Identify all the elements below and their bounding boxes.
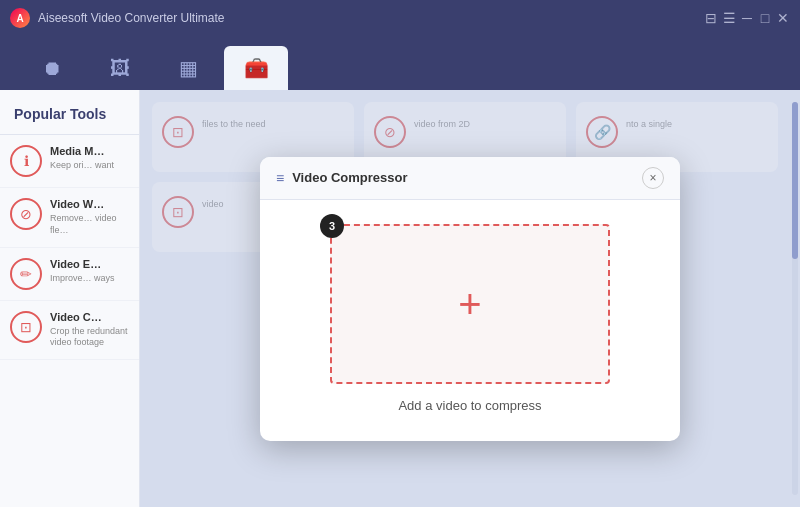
sidebar-item-video-enhance[interactable]: ✏ Video E… Improve… ways bbox=[0, 248, 139, 301]
video-enhance-icon: ✏ bbox=[10, 258, 42, 290]
video-enhance-desc: Improve… ways bbox=[50, 273, 129, 285]
tab-toolbox[interactable]: 🧰 bbox=[224, 46, 288, 90]
app-title: Aiseesoft Video Converter Ultimate bbox=[38, 11, 696, 25]
sidebar: Popular Tools ℹ Media M… Keep ori… want … bbox=[0, 90, 140, 507]
app-logo: A bbox=[10, 8, 30, 28]
add-file-icon: + bbox=[458, 284, 481, 324]
video-crop-icon: ⊡ bbox=[10, 311, 42, 343]
enhance-icon: 🖼 bbox=[110, 57, 130, 80]
media-metadata-desc: Keep ori… want bbox=[50, 160, 129, 172]
modal-close-button[interactable]: × bbox=[642, 167, 664, 189]
video-dropzone[interactable]: 3 + bbox=[330, 224, 610, 384]
minimize-icon[interactable]: ─ bbox=[740, 11, 754, 25]
titlebar: A Aiseesoft Video Converter Ultimate ⊟ ☰… bbox=[0, 0, 800, 36]
modal-body: 3 + Add a video to compress bbox=[260, 200, 680, 441]
modal-header: ≡ Video Compressor × bbox=[260, 157, 680, 200]
edit-icon: ▦ bbox=[179, 56, 198, 80]
tab-edit[interactable]: ▦ bbox=[156, 46, 220, 90]
video-crop-name: Video C… bbox=[50, 311, 129, 324]
content-area: ⊡ files to the need ⊘ video from 2D 🔗 bbox=[140, 90, 800, 507]
menu-icon[interactable]: ☰ bbox=[722, 11, 736, 25]
sidebar-title: Popular Tools bbox=[0, 106, 139, 135]
media-metadata-name: Media M… bbox=[50, 145, 129, 158]
sidebar-item-media-metadata[interactable]: ℹ Media M… Keep ori… want bbox=[0, 135, 139, 188]
convert-icon: ⏺ bbox=[42, 57, 62, 80]
window-controls: ⊟ ☰ ─ □ ✕ bbox=[704, 11, 790, 25]
close-icon[interactable]: ✕ bbox=[776, 11, 790, 25]
maximize-icon[interactable]: □ bbox=[758, 11, 772, 25]
video-watermark-desc: Remove… video fle… bbox=[50, 213, 129, 236]
media-metadata-icon: ℹ bbox=[10, 145, 42, 177]
tab-convert[interactable]: ⏺ bbox=[20, 46, 84, 90]
video-enhance-name: Video E… bbox=[50, 258, 129, 271]
video-crop-desc: Crop the redundant video footage bbox=[50, 326, 129, 349]
video-watermark-name: Video W… bbox=[50, 198, 129, 211]
chat-icon[interactable]: ⊟ bbox=[704, 11, 718, 25]
main-area: Popular Tools ℹ Media M… Keep ori… want … bbox=[0, 90, 800, 507]
dropzone-label: Add a video to compress bbox=[398, 398, 541, 413]
sidebar-item-video-watermark[interactable]: ⊘ Video W… Remove… video fle… bbox=[0, 188, 139, 248]
tab-enhance[interactable]: 🖼 bbox=[88, 46, 152, 90]
logo-letter: A bbox=[16, 13, 23, 24]
sidebar-item-video-crop[interactable]: ⊡ Video C… Crop the redundant video foot… bbox=[0, 301, 139, 361]
toolbar: ⏺ 🖼 ▦ 🧰 bbox=[0, 36, 800, 90]
modal-header-icon: ≡ bbox=[276, 170, 284, 186]
video-watermark-icon: ⊘ bbox=[10, 198, 42, 230]
toolbox-icon: 🧰 bbox=[244, 56, 269, 80]
video-compressor-modal: ≡ Video Compressor × 3 + Add a video to … bbox=[260, 157, 680, 441]
dropzone-badge: 3 bbox=[320, 214, 344, 238]
modal-title: Video Compressor bbox=[292, 170, 634, 185]
modal-overlay: ≡ Video Compressor × 3 + Add a video to … bbox=[140, 90, 800, 507]
